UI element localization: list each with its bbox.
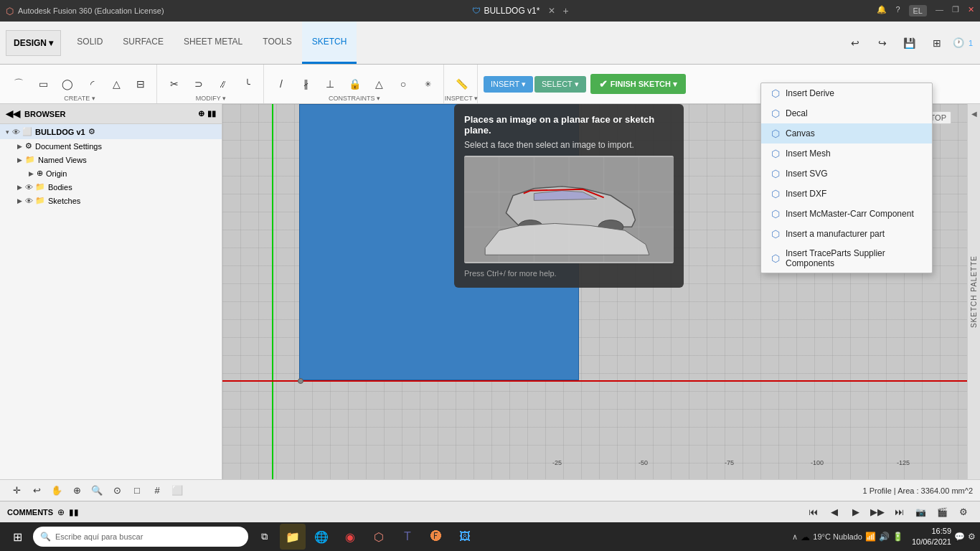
rect-tool[interactable]: ▭ [32,72,55,95]
constraints-label[interactable]: CONSTRAINTS ▾ [329,95,380,102]
zoom-fit-icon[interactable]: ⊕ [67,481,86,500]
pan-icon[interactable]: ✋ [47,481,66,500]
mirror-tool[interactable]: ⫽ [212,72,235,95]
play-last-icon[interactable]: ⏭ [890,503,908,522]
play-icon[interactable]: ▶ [847,503,865,522]
play-settings-icon[interactable]: ⚙ [954,503,973,522]
taskbar-file-explorer[interactable]: 📁 [280,524,306,550]
undo-small-icon[interactable]: ↩ [27,481,46,500]
comments-collapse-icon[interactable]: ▮▮ [69,507,79,517]
browser-options-icon[interactable]: ▮▮ [207,109,216,118]
create-label[interactable]: CREATE ▾ [64,95,95,102]
parallel-tool[interactable]: ∦ [294,72,317,95]
dropdown-item-traceparts[interactable]: ⬡ Insert TraceParts Supplier Components [761,244,932,273]
taskbar-photos[interactable]: 🖼 [452,524,478,550]
taskbar-fusion[interactable]: ⬡ [366,524,392,550]
dropdown-item-insert-mesh[interactable]: ⬡ Insert Mesh [761,143,932,164]
tab-solid[interactable]: SOLID [67,22,113,64]
insert-button[interactable]: INSERT ▾ [484,76,533,93]
help-icon[interactable]: ? [895,5,900,17]
win-restore[interactable]: ❐ [952,5,959,17]
perpendicular-tool[interactable]: ⊥ [319,72,341,95]
orbit-icon[interactable]: ⊙ [108,481,126,500]
browser-item-origin[interactable]: ▶ ⊕ Origin [0,166,222,180]
taskbar-edge[interactable]: 🌐 [308,524,334,550]
dropdown-item-canvas[interactable]: ⬡ Canvas [761,123,932,143]
tab-tools[interactable]: TOOLS [253,22,301,64]
tab-sketch[interactable]: SKETCH [302,22,357,64]
select-button[interactable]: SELECT ▾ [534,76,586,93]
root-settings-icon[interactable]: ⚙ [88,127,95,136]
dropdown-item-mcmaster[interactable]: ⬡ Insert McMaster-Carr Component [761,204,932,224]
slot-tool[interactable]: ⊟ [129,72,152,95]
palette-collapse-arrow[interactable]: ◀ [971,110,977,118]
add-tab-icon[interactable]: + [562,5,568,17]
taskbar-app2[interactable]: 🅕 [423,524,449,550]
play-prev-icon[interactable]: ◀ [825,503,844,522]
browser-item-named-views[interactable]: ▶ 📁 Named Views [0,153,222,166]
line-tool[interactable]: ⌒ [7,72,30,95]
sketch-palette-handle[interactable]: SKETCH PALETTE ◀ [967,104,980,479]
task-view-button[interactable]: ⧉ [251,524,277,550]
circle-tool[interactable]: ◯ [56,72,79,95]
inspect-label[interactable]: INSPECT ▾ [445,95,478,102]
trim-tool[interactable]: ✂ [163,72,186,95]
lock-tool[interactable]: 🔒 [343,72,366,95]
dropdown-item-insert-svg[interactable]: ⬡ Insert SVG [761,164,932,184]
browser-collapse-icon[interactable]: ◀◀ [6,108,20,119]
start-button[interactable]: ⊞ [4,524,30,550]
play-movie-icon[interactable]: 🎬 [933,503,951,522]
measure-tool[interactable]: 📏 [450,72,473,95]
play-screenshot-icon[interactable]: 📷 [911,503,930,522]
tab-surface[interactable]: SURFACE [113,22,174,64]
browser-item-bodies[interactable]: ▶ 👁 📁 Bodies [0,180,222,194]
win-minimize[interactable]: — [936,5,943,17]
equal-tool[interactable]: △ [367,72,390,95]
browser-root[interactable]: ▾ 👁 ⬜ BULLDOG v1 ⚙ [0,124,222,139]
search-bar[interactable]: 🔍 Escribe aquí para buscar [33,527,248,547]
circle2-tool[interactable]: ○ [392,72,415,95]
taskbar-time[interactable]: 16:59 10/06/2021 [912,526,951,548]
notification-icon[interactable]: 🔔 [877,5,887,17]
browser-item-doc-settings[interactable]: ▶ ⚙ Document Settings [0,139,222,153]
bodies-visibility-icon[interactable]: 👁 [25,183,33,192]
taskbar-teams[interactable]: T [395,524,420,550]
play-next-icon[interactable]: ▶▶ [868,503,887,522]
dropdown-item-mfg-part[interactable]: ⬡ Insert a manufacturer part [761,224,932,244]
play-first-icon[interactable]: ⏮ [804,503,822,522]
grid-button[interactable]: ⊞ [925,32,948,55]
view-cube-icon[interactable]: ⬜ [168,481,187,500]
notification-taskbar-icon[interactable]: 💬 [954,532,965,542]
undo-button[interactable]: ↩ [844,32,867,55]
redo-button[interactable]: ↪ [871,32,894,55]
browser-add-icon[interactable]: ⊕ [198,109,204,118]
sketches-visibility-icon[interactable]: 👁 [25,197,33,205]
close-tab-icon[interactable]: ✕ [548,6,555,16]
browser-item-sketches[interactable]: ▶ 👁 📁 Sketches [0,194,222,207]
win-close[interactable]: ✕ [968,5,974,17]
grid-toggle-icon[interactable]: # [148,481,166,500]
comments-add-icon[interactable]: ⊕ [57,507,65,517]
settings-taskbar-icon[interactable]: ⚙ [968,532,976,542]
tray-up-icon[interactable]: ∧ [792,532,798,542]
coincident-tool[interactable]: / [270,72,293,95]
save-button[interactable]: 💾 [898,32,921,55]
root-visibility-icon[interactable]: 👁 [12,128,20,136]
fillet-tool[interactable]: ╰ [236,72,259,95]
arc-tool[interactable]: ◜ [80,72,103,95]
dropdown-item-insert-derive[interactable]: ⬡ Insert Derive [761,83,932,103]
zoom-icon[interactable]: 🔍 [88,481,106,500]
move-icon[interactable]: ✛ [7,481,26,500]
modify-label[interactable]: MODIFY ▾ [196,95,226,102]
tab-sheet-metal[interactable]: SHEET METAL [174,22,253,64]
display-settings-icon[interactable]: □ [128,481,146,500]
dropdown-item-decal[interactable]: ⬡ Decal [761,103,932,123]
design-button[interactable]: DESIGN ▾ [6,30,61,56]
dropdown-item-insert-dxf[interactable]: ⬡ Insert DXF [761,184,932,204]
taskbar-chrome[interactable]: ◉ [337,524,363,550]
offset-tool[interactable]: ⊃ [187,72,210,95]
origin-handle[interactable] [298,378,303,384]
polygon-tool[interactable]: △ [105,72,128,95]
finish-sketch-button[interactable]: ✔ FINISH SKETCH ▾ [590,74,686,94]
constraint-more[interactable]: ✳ [416,72,439,95]
